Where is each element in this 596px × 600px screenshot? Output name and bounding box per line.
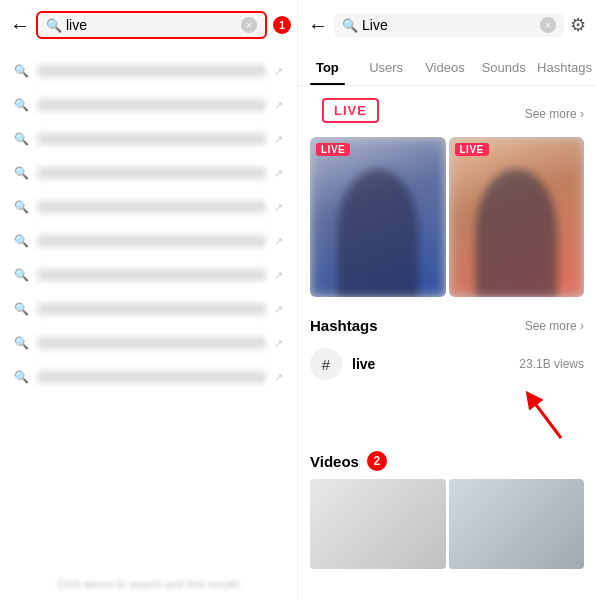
figure-1: [337, 169, 418, 297]
tab-sounds[interactable]: Sounds: [474, 50, 533, 85]
left-search-icon: 🔍: [46, 18, 62, 33]
item-search-icon: 🔍: [14, 64, 29, 78]
item-text: [37, 269, 266, 281]
videos-section-header: Videos 2: [298, 443, 596, 479]
videos-grid: [298, 479, 596, 569]
left-search-input[interactable]: [66, 17, 241, 33]
left-search-box: 🔍 ×: [36, 11, 267, 39]
list-item[interactable]: 🔍 ↗: [0, 326, 297, 360]
item-arrow-icon: ↗: [274, 269, 283, 282]
item-search-icon: 🔍: [14, 200, 29, 214]
figure-2: [476, 169, 557, 297]
video-thumb-1[interactable]: [310, 479, 446, 569]
right-search-input[interactable]: [362, 17, 540, 33]
hashtags-title: Hashtags: [310, 317, 378, 334]
hashtags-section: Hashtags See more › # live 23.1B views: [298, 307, 596, 398]
live-badge-button[interactable]: LIVE: [322, 98, 379, 123]
item-search-icon: 🔍: [14, 302, 29, 316]
item-text: [37, 65, 266, 77]
left-panel: ← 🔍 × 1 Search 🔍 ↗ 🔍 ↗ 🔍 ↗ 🔍 ↗: [0, 0, 298, 600]
list-item[interactable]: 🔍 ↗: [0, 122, 297, 156]
tab-hashtags[interactable]: Hashtags: [533, 50, 596, 85]
item-arrow-icon: ↗: [274, 235, 283, 248]
live-see-more[interactable]: See more ›: [525, 107, 584, 121]
hashtags-section-header: Hashtags See more ›: [298, 307, 596, 340]
item-search-icon: 🔍: [14, 234, 29, 248]
item-text: [37, 235, 266, 247]
left-header: ← 🔍 × 1 Search: [0, 0, 297, 50]
annotation-arrow-container: [298, 388, 596, 443]
badge-2: 2: [367, 451, 387, 471]
list-item[interactable]: 🔍 ↗: [0, 156, 297, 190]
list-item[interactable]: 🔍 ↗: [0, 88, 297, 122]
live-section-header: LIVE See more ›: [298, 86, 596, 137]
list-item[interactable]: 🔍 ↗: [0, 292, 297, 326]
hashtag-views: 23.1B views: [519, 357, 584, 371]
hashtag-name: live: [352, 356, 519, 372]
tab-top[interactable]: Top: [298, 50, 357, 85]
left-search-list: 🔍 ↗ 🔍 ↗ 🔍 ↗ 🔍 ↗ 🔍 ↗ 🔍 ↗: [0, 50, 297, 568]
hashtag-icon: #: [310, 348, 342, 380]
hashtags-see-more[interactable]: See more ›: [525, 319, 584, 333]
tabs-bar: Top Users Videos Sounds Hashtags: [298, 50, 596, 86]
tab-users[interactable]: Users: [357, 50, 416, 85]
item-text: [37, 167, 266, 179]
tab-videos[interactable]: Videos: [416, 50, 475, 85]
item-text: [37, 371, 266, 383]
videos-title: Videos: [310, 453, 359, 470]
item-search-icon: 🔍: [14, 132, 29, 146]
left-footer-text: Click above to search and find results: [0, 568, 297, 600]
list-item[interactable]: 🔍 ↗: [0, 190, 297, 224]
list-item[interactable]: 🔍 ↗: [0, 360, 297, 394]
item-text: [37, 133, 266, 145]
item-arrow-icon: ↗: [274, 133, 283, 146]
annotation-arrow: [516, 388, 576, 443]
item-arrow-icon: ↗: [274, 65, 283, 78]
item-search-icon: 🔍: [14, 370, 29, 384]
live-tag-1: LIVE: [316, 143, 350, 156]
right-panel: ← 🔍 × ⚙ Top Users Videos Sounds Hashtags…: [298, 0, 596, 600]
item-text: [37, 201, 266, 213]
live-videos-grid: LIVE LIVE: [298, 137, 596, 307]
right-search-icon: 🔍: [342, 18, 358, 33]
item-search-icon: 🔍: [14, 336, 29, 350]
left-clear-button[interactable]: ×: [241, 17, 257, 33]
live-video-card-2[interactable]: LIVE: [449, 137, 585, 297]
list-item[interactable]: 🔍 ↗: [0, 54, 297, 88]
item-search-icon: 🔍: [14, 268, 29, 282]
right-back-button[interactable]: ←: [308, 14, 328, 37]
right-search-box: 🔍 ×: [334, 13, 564, 37]
svg-line-1: [531, 398, 561, 438]
video-thumb-2[interactable]: [449, 479, 585, 569]
badge-1: 1: [273, 16, 291, 34]
item-text: [37, 337, 266, 349]
item-arrow-icon: ↗: [274, 303, 283, 316]
left-back-button[interactable]: ←: [10, 14, 30, 37]
live-badge-label: LIVE: [334, 103, 367, 118]
item-search-icon: 🔍: [14, 166, 29, 180]
list-item[interactable]: 🔍 ↗: [0, 258, 297, 292]
item-search-icon: 🔍: [14, 98, 29, 112]
item-arrow-icon: ↗: [274, 201, 283, 214]
live-tag-2: LIVE: [455, 143, 489, 156]
item-arrow-icon: ↗: [274, 337, 283, 350]
item-arrow-icon: ↗: [274, 167, 283, 180]
right-header: ← 🔍 × ⚙: [298, 0, 596, 50]
item-text: [37, 303, 266, 315]
item-text: [37, 99, 266, 111]
item-arrow-icon: ↗: [274, 99, 283, 112]
filter-button[interactable]: ⚙: [570, 14, 586, 36]
live-video-card-1[interactable]: LIVE: [310, 137, 446, 297]
right-clear-button[interactable]: ×: [540, 17, 556, 33]
item-arrow-icon: ↗: [274, 371, 283, 384]
videos-section: Videos 2: [298, 443, 596, 579]
list-item[interactable]: 🔍 ↗: [0, 224, 297, 258]
hashtag-item-live[interactable]: # live 23.1B views: [298, 340, 596, 388]
